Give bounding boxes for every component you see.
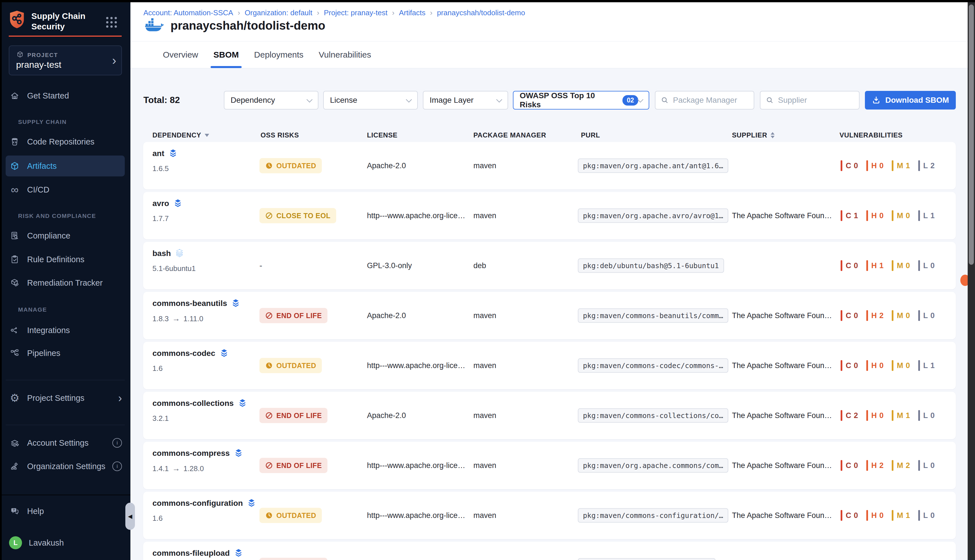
sidebar-item-get-started[interactable]: Get Started (9, 87, 122, 105)
table-row[interactable]: commons-collections3.2.1END OF LIFEApach… (143, 392, 956, 439)
dependency-version: 1.7.7 (152, 214, 182, 223)
purl-cell: pkg:maven/commons-collections/co… (578, 408, 728, 423)
purl-value[interactable]: pkg:deb/ubuntu/bash@5.1-6ubuntu1 (578, 258, 724, 273)
table-row[interactable]: commons-fileuploadEND OF LIFEApache-2.0m… (143, 542, 956, 560)
dependency-version: 5.1-6ubuntu1 (152, 264, 196, 273)
tab-overview[interactable]: Overview (163, 42, 198, 68)
dependency-name[interactable]: bash (152, 249, 171, 258)
sidebar-item-code-repositories[interactable]: Code Repositories (9, 133, 122, 151)
sidebar-item-project-settings[interactable]: ⚙ Project Settings › (9, 389, 122, 407)
purl-value[interactable]: pkg:maven/commons-beanutils/comm… (578, 308, 728, 323)
avatar: L (9, 536, 22, 549)
severity-critical: C0 (841, 160, 858, 171)
dependency-name[interactable]: commons-collections (152, 399, 234, 408)
vulnerabilities-cell: C0H2M2L0 (841, 460, 943, 471)
severity-critical: C0 (841, 260, 858, 271)
project-selector[interactable]: PROJECT pranay-test › (9, 45, 122, 75)
package-manager-cell: maven (473, 461, 496, 470)
severity-high: H0 (866, 410, 884, 421)
dependency-name[interactable]: ant (152, 149, 164, 158)
purl-value[interactable]: pkg:maven/commons-collections/co… (578, 408, 728, 423)
purl-value[interactable]: pkg:maven/org.apache.avro/avro@1… (578, 208, 728, 223)
package-manager-search-input[interactable] (655, 92, 754, 109)
license-cell: Apache-2.0 (367, 311, 406, 320)
sidebar-item-pipelines[interactable]: Pipelines (9, 344, 122, 362)
breadcrumb-project[interactable]: Project: pranay-test (324, 8, 387, 17)
sidebar-item-remediation-tracker[interactable]: Remediation Tracker (9, 274, 122, 292)
sidebar-item-account-settings[interactable]: Account Settings i (9, 434, 122, 452)
sidebar-item-artifacts[interactable]: Artifacts (6, 155, 125, 177)
page-scrollbar[interactable] (968, 2, 975, 560)
dependency-cell: commons-configuration1.6 (152, 498, 256, 523)
license-filter-dropdown[interactable]: License (323, 91, 418, 110)
license-cell: http---www.apache.org-lice… (367, 361, 465, 370)
download-sbom-button[interactable]: Download SBOM (865, 91, 956, 110)
breadcrumb-artifacts[interactable]: Artifacts (399, 8, 425, 17)
severity-high: H0 (866, 160, 884, 171)
severity-low: L0 (918, 510, 935, 521)
sidebar-item-rule-definitions[interactable]: Rule Definitions (9, 250, 122, 268)
sidebar-item-compliance[interactable]: Compliance (9, 227, 122, 245)
oss-risk-badge: OUTDATED (259, 358, 322, 373)
table-row[interactable]: avro1.7.7CLOSE TO EOLhttp---www.apache.o… (143, 192, 956, 239)
purl-value[interactable]: pkg:maven/commons-codec/commons-… (578, 358, 728, 373)
dependency-version: 1.6 (152, 514, 256, 523)
purl-value[interactable]: pkg:maven/org.apache.commons/com… (578, 458, 728, 473)
tab-sbom[interactable]: SBOM (213, 42, 239, 68)
apps-grid-icon[interactable] (106, 17, 117, 28)
chevron-right-icon: › (112, 54, 116, 67)
supplier-search-input[interactable] (760, 92, 859, 109)
package-manager-cell: maven (473, 411, 496, 420)
column-dependency[interactable]: DEPENDENCY (152, 131, 209, 139)
help-chat-icon: ? (9, 507, 20, 516)
dependency-name[interactable]: commons-codec (152, 349, 215, 358)
table-row[interactable]: commons-codec1.6OUTDATEDhttp---www.apach… (143, 342, 956, 389)
vulnerabilities-cell: C2H0M1L0 (841, 410, 943, 421)
upgrade-arrow-icon: → (172, 314, 180, 323)
dependency-name[interactable]: avro (152, 199, 169, 208)
breadcrumb-account[interactable]: Account: Automation-SSCA (143, 8, 233, 17)
vulnerabilities-cell: C1H0M0L1 (841, 210, 943, 221)
dependency-name[interactable]: commons-fileupload (152, 549, 230, 558)
sidebar-collapse-button[interactable]: ◀ (125, 503, 135, 530)
dependency-name[interactable]: commons-configuration (152, 499, 243, 508)
sidebar-section-risk-compliance: RISK AND COMPLIANCE (18, 213, 96, 219)
severity-low: L1 (918, 360, 935, 371)
owasp-risks-filter-dropdown[interactable]: OWASP OSS Top 10 Risks 02 (513, 91, 649, 110)
tab-vulnerabilities[interactable]: Vulnerabilities (319, 42, 371, 68)
table-row[interactable]: commons-compress1.4.1 → 1.28.0END OF LIF… (143, 442, 956, 489)
info-icon[interactable]: i (112, 462, 122, 471)
info-icon[interactable]: i (112, 438, 122, 448)
table-rows: ant1.6.5OUTDATEDApache-2.0mavenpkg:maven… (130, 142, 975, 560)
dependency-name[interactable]: commons-beanutils (152, 299, 227, 308)
purl-value[interactable]: pkg:maven/commons-configuration/… (578, 508, 728, 523)
sidebar-item-organization-settings[interactable]: Organization Settings i (9, 457, 122, 475)
breadcrumb-organization[interactable]: Organization: default (245, 8, 312, 17)
table-row[interactable]: bash5.1-6ubuntu1-GPL-3.0-onlydebpkg:deb/… (143, 242, 956, 289)
dependency-filter-dropdown[interactable]: Dependency (224, 91, 318, 110)
sidebar-divider (6, 380, 125, 380)
purl-value[interactable]: pkg:maven/commons-fileupload/… (578, 558, 716, 560)
project-name: pranay-test (16, 60, 61, 70)
column-supplier[interactable]: SUPPLIER (732, 131, 775, 139)
breadcrumb-artifact-name[interactable]: pranaycshah/todolist-demo (437, 8, 525, 17)
dependency-name[interactable]: commons-compress (152, 449, 230, 458)
package-manager-cell: deb (473, 262, 486, 270)
total-count: Total: 82 (143, 95, 180, 105)
image-layer-filter-dropdown[interactable]: Image Layer (423, 91, 508, 110)
package-manager-cell: maven (473, 361, 496, 370)
sidebar-item-integrations[interactable]: Integrations (9, 321, 122, 339)
oss-risk-cell: OUTDATED (259, 358, 322, 373)
severity-high: H2 (866, 460, 884, 471)
purl-value[interactable]: pkg:maven/org.apache.ant/ant@1.6… (578, 158, 728, 173)
table-header: DEPENDENCY OSS RISKS LICENSE PACKAGE MAN… (130, 131, 975, 143)
scrollbar-thumb[interactable] (969, 5, 974, 265)
oss-risk-badge: OUTDATED (259, 158, 322, 173)
table-row[interactable]: commons-configuration1.6OUTDATEDhttp---w… (143, 492, 956, 539)
table-row[interactable]: ant1.6.5OUTDATEDApache-2.0mavenpkg:maven… (143, 142, 956, 189)
table-row[interactable]: commons-beanutils1.8.3 → 1.11.0END OF LI… (143, 292, 956, 339)
tab-deployments[interactable]: Deployments (254, 42, 303, 68)
sidebar-item-user[interactable]: L Lavakush (9, 534, 122, 552)
sidebar-item-help[interactable]: ? Help (9, 502, 122, 520)
sidebar-item-cicd[interactable]: ∞ CI/CD (9, 181, 122, 199)
